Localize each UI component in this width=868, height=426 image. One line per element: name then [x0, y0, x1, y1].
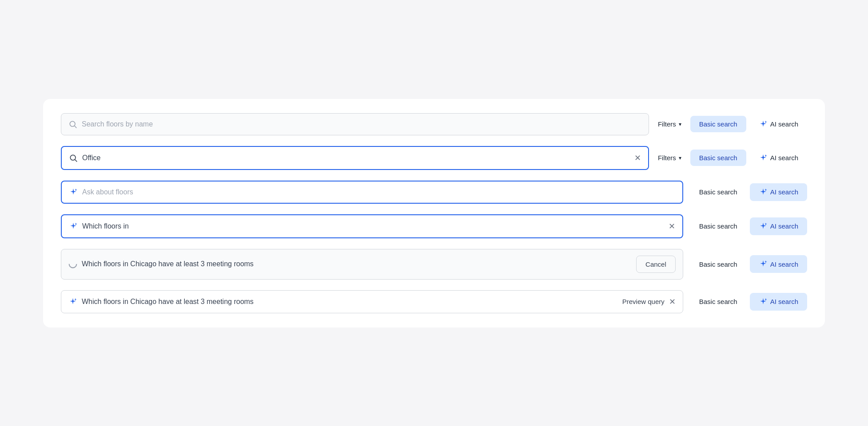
spark-icon-6b [759, 297, 768, 306]
main-container: Filters ▾ Basic search AI search ✕ [43, 99, 825, 327]
ai-query-text-6: Which floors in Chicago have at least 3 … [82, 298, 618, 306]
search-row-2: ✕ Filters ▾ Basic search AI search [61, 146, 807, 170]
ai-search-button-5[interactable]: AI search [750, 255, 807, 273]
ai-query-text-5: Which floors in Chicago have at least 3 … [82, 260, 632, 268]
right-actions-6: Basic search AI search [690, 293, 807, 311]
basic-search-button-2[interactable]: Basic search [690, 150, 746, 166]
spark-icon-4b [759, 222, 768, 231]
ai-search-button-4[interactable]: AI search [750, 217, 807, 235]
spark-icon-1 [759, 120, 768, 129]
ai-search-label-6: AI search [770, 298, 798, 305]
ai-search-label-5: AI search [770, 260, 798, 268]
clear-icon-2[interactable]: ✕ [634, 153, 641, 163]
search-input-wrapper-3 [61, 181, 683, 204]
search-row-4: ✕ Basic search AI search [61, 214, 807, 238]
basic-search-button-5[interactable]: Basic search [690, 256, 746, 272]
filters-button-2[interactable]: Filters ▾ [656, 150, 683, 165]
ai-search-label-1: AI search [770, 120, 798, 128]
search-row-1: Filters ▾ Basic search AI search [61, 113, 807, 135]
search-icon-2 [69, 154, 78, 162]
right-actions-4: Basic search AI search [690, 217, 807, 235]
filters-chevron-2: ▾ [679, 155, 681, 161]
filters-button-1[interactable]: Filters ▾ [656, 117, 683, 131]
basic-search-button-4[interactable]: Basic search [690, 218, 746, 234]
ai-search-label-2: AI search [770, 154, 798, 162]
svg-point-0 [70, 121, 75, 126]
spark-icon-2 [759, 154, 768, 162]
ai-search-button-1[interactable]: AI search [750, 115, 807, 133]
search-input-1[interactable] [82, 120, 641, 128]
svg-point-4 [69, 260, 77, 268]
filters-label-2: Filters [658, 154, 676, 162]
search-input-wrapper-1 [61, 113, 649, 135]
filters-chevron-1: ▾ [679, 121, 681, 127]
basic-search-button-1[interactable]: Basic search [690, 116, 746, 132]
ai-search-button-3[interactable]: AI search [750, 183, 807, 201]
spark-icon-3 [69, 188, 78, 197]
right-actions-1: Basic search AI search [690, 115, 807, 133]
basic-search-button-6[interactable]: Basic search [690, 293, 746, 310]
ai-search-input-4[interactable] [82, 222, 664, 230]
search-input-2[interactable] [82, 154, 630, 162]
svg-line-1 [75, 126, 77, 128]
basic-search-button-3[interactable]: Basic search [690, 184, 746, 200]
cancel-button-5[interactable]: Cancel [636, 256, 676, 273]
search-icon-1 [68, 120, 77, 129]
search-row-6: Which floors in Chicago have at least 3 … [61, 290, 807, 313]
ai-search-button-6[interactable]: AI search [750, 293, 807, 311]
ai-search-button-2[interactable]: AI search [750, 149, 807, 167]
search-input-wrapper-5: Which floors in Chicago have at least 3 … [61, 249, 683, 280]
ai-search-label-3: AI search [770, 188, 798, 196]
search-input-wrapper-4: ✕ [61, 214, 683, 238]
right-actions-5: Basic search AI search [690, 255, 807, 273]
spark-icon-4 [69, 222, 78, 231]
search-row-3: Basic search AI search [61, 181, 807, 204]
ai-search-label-4: AI search [770, 222, 798, 230]
svg-point-2 [70, 155, 76, 160]
filters-label-1: Filters [658, 120, 676, 128]
preview-query-label-6[interactable]: Preview query [622, 298, 665, 305]
clear-icon-4[interactable]: ✕ [669, 221, 675, 231]
spark-icon-6 [68, 297, 77, 306]
svg-line-3 [75, 159, 77, 162]
search-input-wrapper-2: ✕ [61, 146, 649, 170]
loading-icon-5 [68, 260, 77, 268]
search-input-wrapper-6: Which floors in Chicago have at least 3 … [61, 290, 683, 313]
spark-icon-5 [759, 260, 768, 268]
ai-search-input-3[interactable] [82, 188, 675, 196]
right-actions-3: Basic search AI search [690, 183, 807, 201]
right-actions-2: Basic search AI search [690, 149, 807, 167]
clear-icon-6[interactable]: ✕ [669, 297, 676, 307]
search-row-5: Which floors in Chicago have at least 3 … [61, 249, 807, 280]
spark-icon-3b [759, 188, 768, 197]
